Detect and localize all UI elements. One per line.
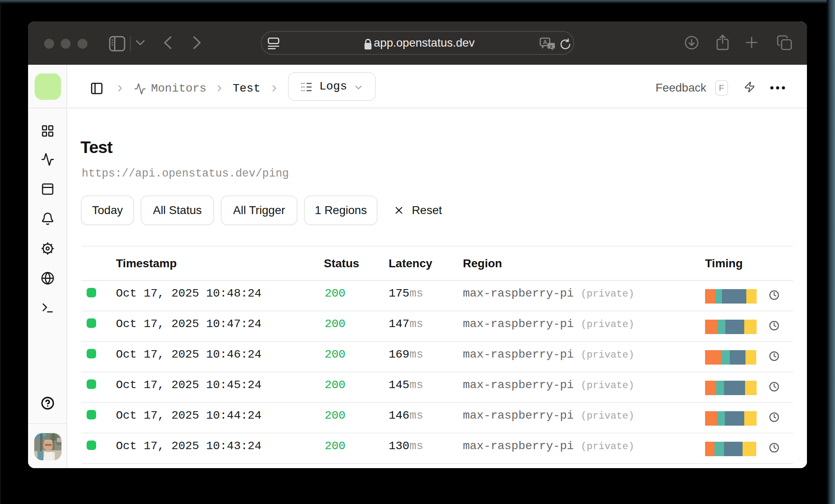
svg-text:x: x <box>550 44 553 49</box>
svg-text:A: A <box>543 39 547 45</box>
